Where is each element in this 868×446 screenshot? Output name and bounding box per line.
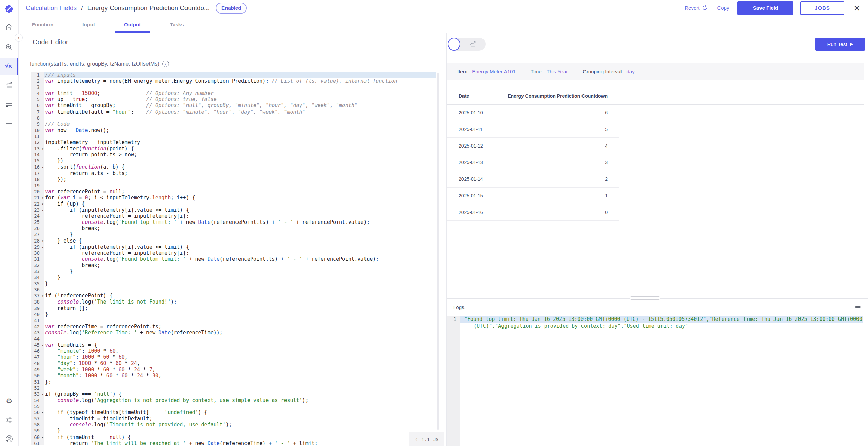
code-line[interactable]: 55 <box>31 403 436 409</box>
code-line[interactable]: 33 } <box>31 268 436 274</box>
code-line[interactable]: 58 console.log('Timeunit is not provided… <box>31 422 436 428</box>
code-line[interactable]: 37▾if (!referencePoint) { <box>31 293 436 299</box>
table-row[interactable]: 2025-01-115 <box>447 121 619 138</box>
code-line[interactable]: 11 <box>31 133 436 139</box>
sidebar-item-trends[interactable] <box>0 79 18 91</box>
code-line[interactable]: 41 <box>31 317 436 324</box>
item-value-link[interactable]: Energy Meter A101 <box>472 69 515 74</box>
code-line[interactable]: 30 referencePoint = inputTelemetry[i]; <box>31 250 436 256</box>
code-line[interactable]: 49 "week": 1000 * 60 * 60 * 24 * 7, <box>31 367 436 373</box>
code-line[interactable]: 46 "minute": 1000 * 60, <box>31 348 436 354</box>
close-icon[interactable]: × <box>854 3 860 13</box>
code-line[interactable]: 34 } <box>31 274 436 280</box>
code-line[interactable]: 60▾ if (timeUnit === null) { <box>31 434 436 440</box>
sidebar-item-list[interactable] <box>0 98 18 110</box>
code-line[interactable]: 54 console.log('Aggregation is not provi… <box>31 397 436 403</box>
collapse-chevron-icon[interactable]: ‹ <box>415 436 418 442</box>
code-line[interactable]: 20var referencePoint = null; <box>31 189 436 195</box>
code-line[interactable]: 5var up = true; // Options: true, false <box>31 96 436 102</box>
code-line[interactable]: 56▾ if (typeof timeUnits[timeUnit] === '… <box>31 409 436 415</box>
table-row[interactable]: 2025-01-106 <box>447 104 619 121</box>
code-line[interactable]: 14 return point.ts > now; <box>31 152 436 158</box>
tab-function[interactable]: Function <box>23 22 62 33</box>
code-line[interactable]: 35} <box>31 280 436 287</box>
sidebar-item-home[interactable] <box>0 21 18 33</box>
code-line[interactable]: 7var timeUnitDefault = "hour"; // Option… <box>31 109 436 115</box>
code-line[interactable]: 42var referenceTime = referencePoint.ts; <box>31 324 436 330</box>
code-line[interactable]: 4var limit = 15000; // Options: Any numb… <box>31 90 436 96</box>
code-line[interactable]: 17 return a.ts - b.ts; <box>31 170 436 176</box>
breadcrumb-link-calculation-fields[interactable]: Calculation Fields <box>26 4 77 12</box>
code-line[interactable]: 24 referencePoint = inputTelemetry[i]; <box>31 213 436 219</box>
code-line[interactable]: 59 } <box>31 428 436 434</box>
code-line[interactable]: 18 }); <box>31 176 436 182</box>
code-lines[interactable]: 1/// Inputs2var inputTelemetry = none(EM… <box>31 72 436 445</box>
code-line[interactable]: 2var inputTelemetry = none(EM energy met… <box>31 78 436 84</box>
table-row[interactable]: 2025-01-160 <box>447 204 619 221</box>
code-line[interactable]: 29▾ if (inputTelemetry[i].value <= limit… <box>31 244 436 250</box>
save-field-button[interactable]: Save Field <box>737 1 793 15</box>
code-line[interactable]: 9/// Code <box>31 121 436 127</box>
sidebar-item-calculation-fields[interactable]: √x <box>0 58 18 75</box>
run-test-button[interactable]: Run Test ▶ <box>815 38 865 51</box>
code-line[interactable]: 45▾var timeUnits = { <box>31 342 436 348</box>
code-line[interactable]: 15 }) <box>31 158 436 164</box>
table-row[interactable]: 2025-01-151 <box>447 188 619 204</box>
sidebar-item-configuration[interactable] <box>0 414 18 426</box>
tab-input[interactable]: Input <box>74 22 104 33</box>
code-line[interactable]: 51}; <box>31 379 436 385</box>
code-line[interactable]: 40} <box>31 311 436 317</box>
app-logo[interactable] <box>0 3 18 15</box>
code-line[interactable]: 31 console.log('Found bottom limit: ' + … <box>31 256 436 262</box>
table-row[interactable]: 2025-01-133 <box>447 154 619 171</box>
code-line[interactable]: 61 return 'The limit will be reached at … <box>31 440 436 445</box>
code-line[interactable]: 47 "hour": 1000 * 60 * 60, <box>31 354 436 360</box>
table-row[interactable]: 2025-01-124 <box>447 138 619 154</box>
code-line[interactable]: 26 break; <box>31 225 436 231</box>
code-line[interactable]: 23▾ if (inputTelemetry[i].value >= limit… <box>31 207 436 213</box>
code-line[interactable]: 38 console.log('The limit is not Found!'… <box>31 299 436 305</box>
code-line[interactable]: 19 <box>31 182 436 189</box>
logs-output[interactable]: 1 "Found top limit: Thu Jan 16 2025 13:0… <box>447 316 868 446</box>
code-line[interactable]: 53▾if (groupBy === 'null') { <box>31 391 436 397</box>
sidebar-expand-button[interactable]: › <box>15 34 23 42</box>
code-line[interactable]: 8 <box>31 115 436 121</box>
sidebar-item-settings[interactable]: ⚙ <box>0 395 18 407</box>
code-line[interactable]: 39 return []; <box>31 305 436 311</box>
code-line[interactable]: 10var now = Date.now(); <box>31 127 436 133</box>
code-line[interactable]: 1/// Inputs <box>31 72 436 78</box>
code-line[interactable]: 57 timeUnit = timeUnitDefault; <box>31 415 436 422</box>
tab-tasks[interactable]: Tasks <box>161 22 193 33</box>
jobs-button[interactable]: JOBS <box>800 1 844 15</box>
copy-button[interactable]: Copy <box>717 5 729 11</box>
sidebar-item-add[interactable] <box>0 117 18 130</box>
code-line[interactable]: 27 } <box>31 231 436 237</box>
code-line[interactable]: 43console.log('Reference Time: ' + new D… <box>31 330 436 336</box>
code-line[interactable]: 16▾ .sort(function(a, b) { <box>31 164 436 170</box>
info-icon[interactable]: i <box>162 61 169 67</box>
code-line[interactable]: 13▾ .filter(function(point) { <box>31 146 436 152</box>
code-line[interactable]: 28▾ } else { <box>31 238 436 244</box>
code-line[interactable]: 22▾ if (up) { <box>31 201 436 207</box>
code-line[interactable]: 48 "day": 1000 * 60 * 60 * 24, <box>31 360 436 366</box>
code-line[interactable]: 25 console.log('Found top limit: ' + new… <box>31 219 436 225</box>
code-scrollbar[interactable] <box>437 73 439 430</box>
code-line[interactable]: 21▾for (var i = 0; i < inputTelemetry.le… <box>31 195 436 201</box>
sidebar-item-search[interactable] <box>0 41 18 54</box>
code-line[interactable]: 52 <box>31 385 436 391</box>
chart-view-toggle[interactable] <box>460 40 486 48</box>
code-line[interactable]: 50 "month": 1000 * 60 * 60 * 24 * 30, <box>31 373 436 379</box>
time-value-link[interactable]: This Year <box>547 69 568 74</box>
code-line[interactable]: 36 <box>31 287 436 293</box>
code-line[interactable]: 32 break; <box>31 262 436 268</box>
logs-resize-handle[interactable] <box>630 296 660 300</box>
revert-button[interactable]: Revert <box>685 5 708 11</box>
table-row[interactable]: 2025-01-142 <box>447 171 619 188</box>
tab-output[interactable]: Output <box>115 22 150 33</box>
code-line[interactable]: 3 <box>31 84 436 90</box>
code-line[interactable]: 6var timeUnit = groupBy; // Options: "nu… <box>31 102 436 109</box>
code-line[interactable]: 12inputTelemetry = inputTelemetry <box>31 139 436 146</box>
code-line[interactable]: 44 <box>31 336 436 342</box>
grouping-interval-value-link[interactable]: day <box>627 69 635 74</box>
table-view-toggle[interactable] <box>448 38 460 51</box>
